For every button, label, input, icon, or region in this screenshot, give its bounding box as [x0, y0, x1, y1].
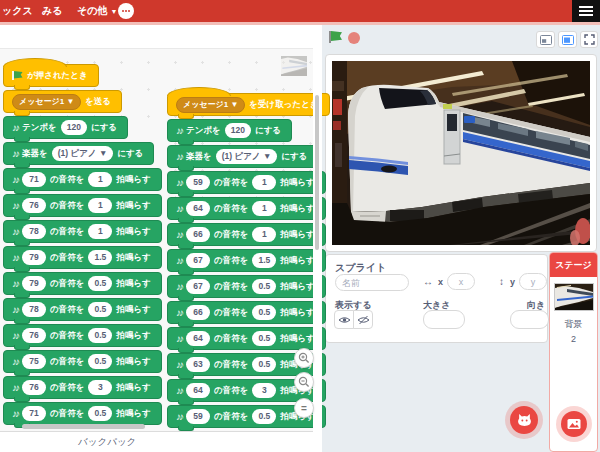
instrument-dropdown[interactable]: (1) ピアノ ▼: [216, 149, 278, 164]
value-field[interactable]: 0.5: [252, 305, 276, 320]
value-field[interactable]: 1: [88, 198, 112, 213]
play-note-block[interactable]: ♪♪76の音符を0.5拍鳴らす: [3, 324, 162, 347]
value-field[interactable]: 66: [186, 227, 210, 242]
menu-item-other[interactable]: その他▼: [77, 0, 117, 22]
play-note-block[interactable]: ♪♪71の音符を1拍鳴らす: [3, 168, 162, 191]
instrument-dropdown[interactable]: (1) ピアノ ▼: [52, 146, 114, 161]
fullscreen-button[interactable]: [580, 31, 598, 48]
play-note-block[interactable]: ♪♪78の音符を0.5拍鳴らす: [3, 298, 162, 321]
hamburger-menu-icon[interactable]: [572, 0, 600, 22]
value-field[interactable]: 0.5: [252, 409, 276, 424]
value-field[interactable]: 0.5: [252, 331, 276, 346]
value-field[interactable]: 0.5: [88, 328, 112, 343]
value-field[interactable]: 59: [186, 409, 210, 424]
play-note-block[interactable]: ♪♪66の音符を0.5拍鳴らす: [167, 301, 326, 324]
horizontal-scrollbar[interactable]: [22, 424, 145, 429]
value-field[interactable]: 64: [186, 383, 210, 398]
value-field[interactable]: 0.5: [88, 406, 112, 421]
value-field[interactable]: 71: [22, 172, 46, 187]
sprite-x-input[interactable]: [447, 273, 475, 290]
value-field[interactable]: 120: [225, 123, 251, 138]
value-field[interactable]: 66: [186, 305, 210, 320]
value-field[interactable]: 67: [186, 253, 210, 268]
play-note-block[interactable]: ♪♪71の音符を0.5拍鳴らす: [3, 402, 162, 425]
message-dropdown[interactable]: メッセージ1 ▼: [176, 97, 245, 113]
backpack-bar[interactable]: バックパック: [0, 431, 313, 452]
play-note-block[interactable]: ♪♪75の音符を0.5拍鳴らす: [3, 350, 162, 373]
backdrop-thumbnail[interactable]: [554, 283, 594, 311]
value-field[interactable]: 1: [252, 227, 276, 242]
when-flag-clicked-block[interactable]: が押されたとき: [3, 64, 99, 87]
value-field[interactable]: 1.5: [88, 250, 112, 265]
value-field[interactable]: 79: [22, 276, 46, 291]
zoom-out-button[interactable]: [294, 372, 314, 392]
sprite-direction-input[interactable]: [510, 310, 549, 329]
value-field[interactable]: 76: [22, 198, 46, 213]
show-sprite-button[interactable]: [334, 310, 354, 329]
value-field[interactable]: 75: [22, 354, 46, 369]
value-field[interactable]: 3: [88, 380, 112, 395]
play-note-block[interactable]: ♪♪78の音符を1拍鳴らす: [3, 220, 162, 243]
set-tempo-block[interactable]: ♪♪テンポを120にする: [3, 116, 128, 139]
green-flag-button[interactable]: [329, 31, 343, 43]
play-note-block[interactable]: ♪♪64の音符を1拍鳴らす: [167, 197, 326, 220]
play-note-block[interactable]: ♪♪59の音符を1拍鳴らす: [167, 171, 326, 194]
play-note-block[interactable]: ♪♪79の音符を0.5拍鳴らす: [3, 272, 162, 295]
value-field[interactable]: 79: [22, 250, 46, 265]
stop-button[interactable]: [348, 32, 360, 44]
value-field[interactable]: 78: [22, 224, 46, 239]
stage-region: スプライト ↔ x ↕ y 表示する 大きさ 向き ステージ: [322, 25, 600, 452]
set-instrument-block[interactable]: ♪♪楽器を(1) ピアノ ▼にする: [3, 142, 154, 165]
value-field[interactable]: 59: [186, 175, 210, 190]
stage-backdrop-train-photo[interactable]: [332, 61, 590, 245]
sprite-y-input[interactable]: [519, 273, 547, 290]
message-dropdown[interactable]: メッセージ1 ▼: [12, 94, 81, 110]
value-field[interactable]: 0.5: [88, 354, 112, 369]
play-note-block[interactable]: ♪♪76の音符を1拍鳴らす: [3, 194, 162, 217]
value-field[interactable]: 0.5: [252, 279, 276, 294]
value-field[interactable]: 120: [61, 120, 87, 135]
small-stage-button[interactable]: [536, 31, 555, 48]
value-field[interactable]: 64: [186, 331, 210, 346]
sprite-name-input[interactable]: [335, 274, 409, 291]
add-sprite-button[interactable]: [510, 406, 538, 434]
value-field[interactable]: 76: [22, 380, 46, 395]
play-note-block[interactable]: ♪♪67の音符を1.5拍鳴らす: [167, 249, 326, 272]
zoom-in-button[interactable]: [294, 348, 314, 368]
menu-item-see[interactable]: みる: [42, 0, 62, 22]
add-backdrop-button[interactable]: [561, 411, 587, 437]
value-field[interactable]: 78: [22, 302, 46, 317]
large-stage-button[interactable]: [558, 31, 577, 48]
value-field[interactable]: 67: [186, 279, 210, 294]
value-field[interactable]: 1: [252, 175, 276, 190]
play-note-block[interactable]: ♪♪79の音符を1.5拍鳴らす: [3, 246, 162, 269]
stage-selector-panel[interactable]: ステージ 背景 2: [549, 252, 598, 452]
value-field[interactable]: 0.5: [252, 357, 276, 372]
value-field[interactable]: 1: [252, 201, 276, 216]
value-field[interactable]: 0.5: [88, 276, 112, 291]
broadcast-block[interactable]: メッセージ1 ▼を送る: [3, 90, 122, 113]
value-field[interactable]: 3: [252, 383, 276, 398]
sprite-size-input[interactable]: [423, 310, 465, 329]
set-instrument-block[interactable]: ♪♪楽器を(1) ピアノ ▼にする: [167, 145, 318, 168]
feedback-bubble-icon[interactable]: [118, 3, 134, 19]
value-field[interactable]: 1: [88, 172, 112, 187]
play-note-block[interactable]: ♪♪67の音符を0.5拍鳴らす: [167, 275, 326, 298]
play-note-block[interactable]: ♪♪64の音符を0.5拍鳴らす: [167, 327, 326, 350]
set-tempo-block[interactable]: ♪♪テンポを120にする: [167, 119, 292, 142]
menu-item-blocks[interactable]: ックス: [2, 0, 33, 22]
value-field[interactable]: 64: [186, 201, 210, 216]
when-received-block[interactable]: メッセージ1 ▼を受け取ったとき: [167, 93, 330, 116]
value-field[interactable]: 76: [22, 328, 46, 343]
stage-selector-title: ステージ: [550, 253, 597, 277]
vertical-scrollbar[interactable]: [315, 95, 319, 250]
value-field[interactable]: 71: [22, 406, 46, 421]
value-field[interactable]: 63: [186, 357, 210, 372]
value-field[interactable]: 0.5: [88, 302, 112, 317]
value-field[interactable]: 1: [88, 224, 112, 239]
hide-sprite-button[interactable]: [353, 310, 373, 329]
zoom-reset-button[interactable]: =: [294, 398, 314, 418]
play-note-block[interactable]: ♪♪66の音符を1拍鳴らす: [167, 223, 326, 246]
value-field[interactable]: 1.5: [252, 253, 276, 268]
play-note-block[interactable]: ♪♪76の音符を3拍鳴らす: [3, 376, 162, 399]
